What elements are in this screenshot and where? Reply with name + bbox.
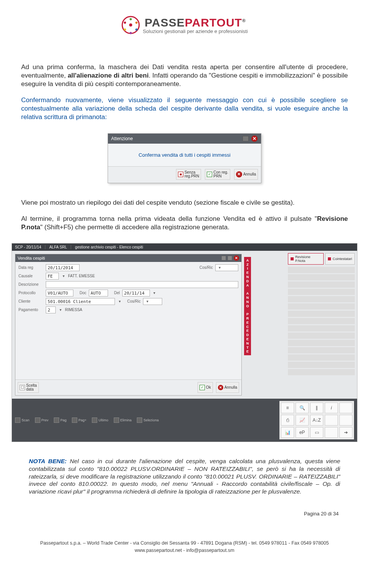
tool-icon[interactable]: [325, 427, 338, 438]
tool-icon: [35, 417, 40, 423]
bottombar-label: Prev: [42, 418, 49, 422]
scelta-data-button[interactable]: ☐ Scelta data: [18, 382, 39, 393]
vstrip-char: A: [246, 258, 249, 263]
red-square-icon: [291, 257, 294, 260]
tool-icon[interactable]: [325, 415, 338, 426]
sort-icon[interactable]: A↓Z: [310, 415, 323, 426]
brand-dark: PASSE: [145, 16, 184, 29]
revisione-pnota-button[interactable]: Revisione P.Nota: [288, 253, 324, 265]
page-header: PASSEPARTOUT® Soluzioni gestionali per a…: [21, 15, 348, 36]
vstrip-char: E: [246, 337, 249, 341]
attention-dialog: Attenzione ✕ Conferma vendita di tutti i…: [108, 133, 261, 183]
calendar-icon: ☐: [20, 385, 25, 390]
foot-scelta-l2: data: [26, 388, 37, 391]
senza-reg-prn-button[interactable]: ■ Senza reg.PRN: [176, 169, 201, 180]
app-titlebar: SCP - 20/11/14 ALFA SRL gestione archivi…: [12, 243, 357, 251]
label-causale: Causale: [18, 274, 43, 278]
select-cosric[interactable]: ▾: [215, 264, 238, 271]
dialog-titlebar: Attenzione ✕: [108, 134, 261, 144]
toolbox: ≡ 🔍 ∥ i ⎙ 📈 A↓Z 📊 eP ▭ ➔: [279, 401, 354, 439]
vendita-cespiti-form: Vendita cespiti ✕ Data reg 20/11/2014: [15, 254, 242, 396]
vstrip-char: N: [246, 300, 249, 304]
vstrip-char: E: [246, 271, 249, 275]
red-square-icon: [328, 257, 331, 260]
app-title-company: ALFA SRL: [49, 245, 71, 249]
svg-point-1: [129, 23, 132, 27]
tool-icon[interactable]: ≡: [281, 402, 294, 413]
bottombar-button[interactable]: Scan: [15, 417, 30, 423]
print-icon[interactable]: ⎙: [281, 415, 294, 426]
page-footer: Passepartout s.p.a. – World Trade Center…: [21, 540, 348, 554]
label-doc: Doc: [80, 291, 86, 295]
ok-button[interactable]: ✓ Ok: [198, 382, 213, 393]
causale-desc: FATT. EMESSE: [68, 274, 95, 278]
con-reg-prn-button[interactable]: ✓ Con reg. PRN: [205, 169, 230, 180]
vstrip-char: N: [246, 341, 249, 346]
close-icon[interactable]: ✕: [234, 255, 239, 261]
input-del[interactable]: 20/11/14: [122, 290, 150, 296]
chevron-down-icon[interactable]: ▾: [61, 274, 66, 278]
input-causale[interactable]: FE: [46, 273, 59, 280]
bottombar-button[interactable]: Pag+: [72, 417, 86, 423]
select-cosric-2[interactable]: ▾: [143, 298, 162, 305]
nota-label: NOTA BENE:: [29, 458, 67, 464]
chevron-down-icon[interactable]: ▾: [152, 291, 157, 295]
bottombar-button[interactable]: Elimina: [114, 417, 132, 423]
chevron-down-icon[interactable]: ▾: [117, 299, 122, 303]
input-data-reg[interactable]: 20/11/2014: [46, 264, 80, 271]
ok-label: Ok: [206, 385, 211, 389]
label-descrizione: Descrizione: [18, 282, 43, 287]
annulla-button[interactable]: ✕ Annulla: [234, 169, 258, 180]
input-cliente[interactable]: 501.00016 Cliente: [46, 298, 115, 305]
bottombar-label: Scan: [22, 418, 30, 422]
input-pagamento[interactable]: 2: [46, 306, 56, 313]
vstrip-char: N: [246, 296, 249, 300]
form-control-icon[interactable]: [221, 256, 226, 260]
ep-icon[interactable]: eP: [296, 427, 309, 438]
tool-icon[interactable]: [339, 402, 352, 413]
chart-icon[interactable]: 📈: [296, 415, 309, 426]
input-descrizione[interactable]: [46, 281, 238, 288]
annulla-label: Annulla: [224, 385, 237, 389]
tool-icon[interactable]: [339, 415, 352, 426]
dialog-min-icon[interactable]: [243, 136, 249, 141]
footer-line-1: Passepartout s.p.a. – World Trade Center…: [21, 540, 348, 547]
tool-icon: [72, 417, 77, 423]
info-icon[interactable]: i: [325, 402, 338, 413]
para3b-post: " (Shift+F5) che permette di accedere al…: [40, 224, 229, 231]
input-doc[interactable]: AUTO: [89, 290, 108, 296]
side-btn1-label: Revisione P.Nota: [295, 255, 321, 263]
nota-text: Nel caso in cui durante l'alienazione de…: [29, 458, 340, 495]
cointestatari-button[interactable]: Cointestatari: [325, 253, 355, 265]
bottombar-button[interactable]: Seleziona: [137, 417, 159, 423]
search-icon[interactable]: 🔍: [296, 402, 309, 413]
bottombar-button[interactable]: Prev: [35, 417, 49, 423]
bottombar-label: Elimina: [120, 418, 132, 422]
graph-icon[interactable]: 📊: [281, 427, 294, 438]
vstrip-char: C: [246, 325, 249, 329]
bottombar-label: Seleziona: [143, 418, 159, 422]
brand-logo: PASSEPARTOUT® Soluzioni gestionali per a…: [121, 15, 248, 35]
dialog-message: Conferma vendita di tutti i cespiti imme…: [108, 144, 261, 166]
vstrip-char: E: [246, 321, 249, 325]
chevron-down-icon[interactable]: ▾: [58, 308, 63, 312]
label-cliente: Cliente: [18, 299, 43, 303]
input-protocollo[interactable]: V01/AUTO: [46, 290, 73, 296]
paragraph-3b: Al termine, il programma torna nella pri…: [21, 215, 348, 232]
close-icon[interactable]: ✕: [251, 135, 258, 142]
btn1-line2: reg.PRN: [184, 174, 199, 178]
app-screenshot: SCP - 20/11/14 ALFA SRL gestione archivi…: [12, 243, 357, 442]
pause-icon[interactable]: ∥: [310, 402, 323, 413]
tool-icon: [15, 417, 20, 423]
annulla-button[interactable]: ✕ Annulla: [216, 382, 239, 393]
card-icon[interactable]: ▭: [310, 427, 323, 438]
bottombar-label: Pag: [60, 418, 66, 422]
bottombar-button[interactable]: Ultimo: [92, 417, 108, 423]
brand-name: PASSEPARTOUT®: [143, 16, 248, 29]
bottombar-label: Pag+: [78, 418, 86, 422]
form-control-icon[interactable]: [228, 256, 232, 260]
vstrip-char: [247, 308, 248, 312]
arrow-right-icon[interactable]: ➔: [339, 427, 352, 438]
bottombar-button[interactable]: Pag: [54, 417, 66, 423]
vstrip-char: I: [247, 267, 248, 271]
